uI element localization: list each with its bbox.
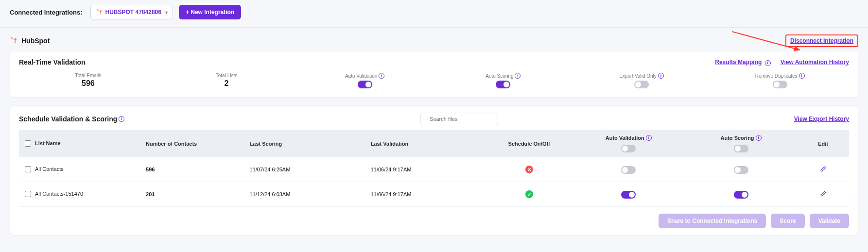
realtime-card-header: Real-Time Validation Results Mapping i V… [19, 58, 849, 66]
disconnect-highlight-box: Disconnect Integration [785, 34, 858, 47]
row-auto-scoring-toggle[interactable] [734, 166, 748, 174]
metric-auto-scoring: Auto Scoringi [434, 73, 573, 88]
info-icon[interactable]: i [379, 73, 384, 79]
realtime-links: Results Mapping i View Automation Histor… [715, 59, 849, 66]
row-last-scoring: 11/07/24 6:25AM [244, 157, 365, 182]
share-button[interactable]: Share to Connected Integrations [659, 214, 766, 228]
info-icon[interactable]: i [658, 73, 664, 79]
integration-header: HubSpot Disconnect Integration [10, 34, 858, 47]
metric-label: Total Emails [19, 73, 157, 78]
status-on-icon: ✓ [525, 190, 533, 198]
metric-label: Auto Validation [345, 73, 378, 79]
view-automation-history-link[interactable]: View Automation History [781, 59, 849, 66]
table-row: All Contacts59611/07/24 6:25AM11/06/24 9… [19, 157, 849, 182]
col-list-name: List Name [35, 140, 61, 146]
info-icon[interactable]: i [515, 73, 521, 79]
row-contacts: 201 [146, 191, 155, 197]
auto-scoring-toggle[interactable] [496, 81, 510, 88]
realtime-metrics: Total Emails 596 Total Lists 2 Auto Vali… [19, 71, 849, 90]
info-icon[interactable]: i [119, 116, 124, 122]
svg-rect-8 [15, 40, 16, 42]
disconnect-integration-link[interactable]: Disconnect Integration [790, 37, 853, 44]
search-box[interactable] [420, 113, 498, 125]
metric-label: Remove Duplicates [755, 73, 798, 79]
metric-remove-duplicates: Remove Duplicatesi [711, 73, 849, 88]
search-input[interactable] [430, 116, 497, 122]
remove-duplicates-toggle[interactable] [773, 81, 787, 88]
col-schedule-onoff: Schedule On/Off [486, 130, 573, 157]
auto-validation-toggle[interactable] [358, 81, 372, 88]
svg-rect-2 [97, 10, 100, 12]
row-contacts: 596 [146, 167, 155, 172]
col-auto-scoring: Auto Scoring [721, 135, 754, 141]
integration-name: HubSpot [21, 37, 50, 45]
metric-value: 596 [19, 79, 157, 88]
metric-total-lists: Total Lists 2 [157, 73, 296, 88]
info-icon[interactable]: i [756, 135, 762, 141]
row-auto-validation-toggle[interactable] [621, 191, 636, 199]
metric-total-emails: Total Emails 596 [19, 73, 157, 88]
realtime-title: Real-Time Validation [19, 58, 86, 66]
chevron-down-icon: ▾ [165, 10, 168, 15]
view-export-history-link[interactable]: View Export History [794, 116, 849, 122]
select-all-checkbox[interactable] [25, 140, 31, 147]
info-icon[interactable]: i [646, 135, 652, 141]
edit-row-button[interactable] [820, 168, 827, 173]
col-auto-validation: Auto Validation [606, 135, 644, 141]
svg-rect-3 [100, 12, 101, 14]
svg-point-9 [15, 42, 16, 43]
status-off-icon: ✕ [525, 166, 533, 173]
row-checkbox[interactable] [25, 166, 31, 172]
top-bar: Connected integrations: HUBSPOT 47842806… [0, 0, 868, 28]
integration-chip-label: HUBSPOT 47842806 [105, 9, 161, 16]
col-edit: Edit [797, 130, 849, 157]
table-body: All Contacts59611/07/24 6:25AM11/06/24 9… [19, 157, 849, 207]
row-last-validation: 11/06/24 9:17AM [365, 157, 486, 182]
svg-point-4 [100, 14, 101, 15]
col-last-scoring: Last Scoring [244, 130, 365, 157]
integration-title: HubSpot [10, 36, 50, 46]
realtime-card: Real-Time Validation Results Mapping i V… [10, 51, 858, 98]
export-valid-only-toggle[interactable] [634, 81, 649, 88]
integration-chip[interactable]: HUBSPOT 47842806 ▾ [90, 5, 173, 19]
metric-auto-validation: Auto Validationi [295, 73, 434, 88]
row-auto-validation-toggle[interactable] [621, 166, 636, 174]
row-checkbox[interactable] [25, 191, 31, 197]
hubspot-icon [96, 8, 103, 16]
row-list-name: All Contacts [35, 166, 64, 172]
schedule-card-header: Schedule Validation & Scoringi View Expo… [19, 113, 849, 125]
hubspot-icon [10, 36, 17, 46]
schedule-title: Schedule Validation & Scoring [19, 115, 117, 123]
metric-value: 2 [157, 79, 296, 88]
table-row: All Contacts-15147020111/12/24 6:03AM11/… [19, 182, 849, 207]
header-auto-validation-toggle[interactable] [621, 145, 636, 152]
score-button[interactable]: Score [771, 214, 804, 228]
row-last-validation: 11/06/24 9:17AM [365, 182, 486, 207]
col-last-validation: Last Validation [365, 130, 486, 157]
metric-label: Export Valid Only [619, 73, 657, 79]
header-auto-scoring-toggle[interactable] [734, 145, 748, 152]
bulk-actions: Share to Connected Integrations Score Va… [19, 214, 849, 228]
col-contacts: Number of Contacts [140, 130, 244, 157]
connected-integrations-label: Connected integrations: [10, 9, 83, 16]
new-integration-button[interactable]: + New Integration [179, 5, 241, 19]
row-auto-scoring-toggle[interactable] [734, 191, 748, 199]
metric-label: Auto Scoring [486, 73, 513, 79]
edit-row-button[interactable] [820, 192, 827, 198]
page-body: HubSpot Disconnect Integration Real-Time… [0, 28, 868, 247]
validate-button[interactable]: Validate [810, 214, 849, 228]
schedule-table: List Name Number of Contacts Last Scorin… [19, 130, 849, 207]
schedule-card: Schedule Validation & Scoringi View Expo… [10, 105, 858, 235]
info-icon[interactable]: i [765, 60, 771, 66]
table-header: List Name Number of Contacts Last Scorin… [19, 130, 849, 157]
metric-export-valid-only: Export Valid Onlyi [573, 73, 711, 88]
svg-rect-7 [12, 38, 15, 40]
row-list-name: All Contacts-151470 [35, 191, 83, 197]
results-mapping-link[interactable]: Results Mapping [715, 59, 762, 66]
row-last-scoring: 11/12/24 6:03AM [244, 182, 365, 207]
info-icon[interactable]: i [799, 73, 805, 79]
metric-label: Total Lists [157, 73, 296, 78]
